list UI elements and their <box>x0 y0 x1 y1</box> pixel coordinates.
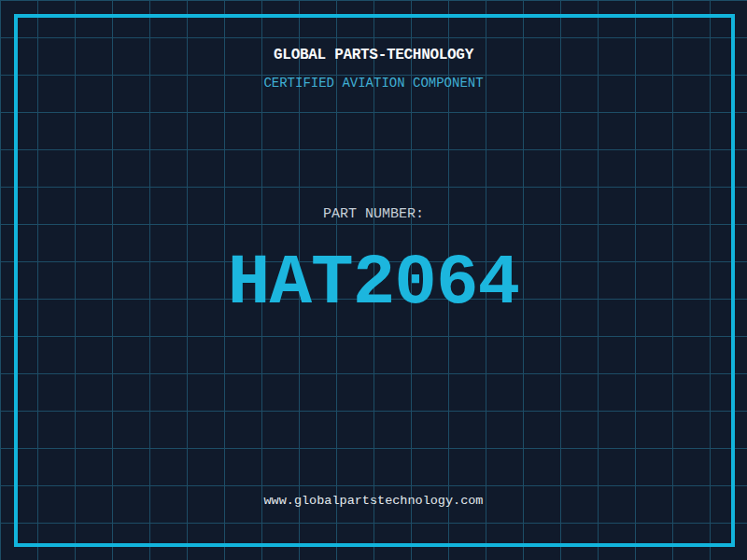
part-label-card: { "label": { "company_name": "GLOBAL PAR… <box>0 0 747 560</box>
company-name: GLOBAL PARTS-TECHNOLOGY <box>0 48 747 63</box>
website-url: www.globalpartstechnology.com <box>0 495 747 508</box>
certification-line: CERTIFIED AVIATION COMPONENT <box>0 77 747 90</box>
part-number-label: PART NUMBER: <box>0 207 747 221</box>
part-number-value: HAT2064 <box>0 248 747 319</box>
